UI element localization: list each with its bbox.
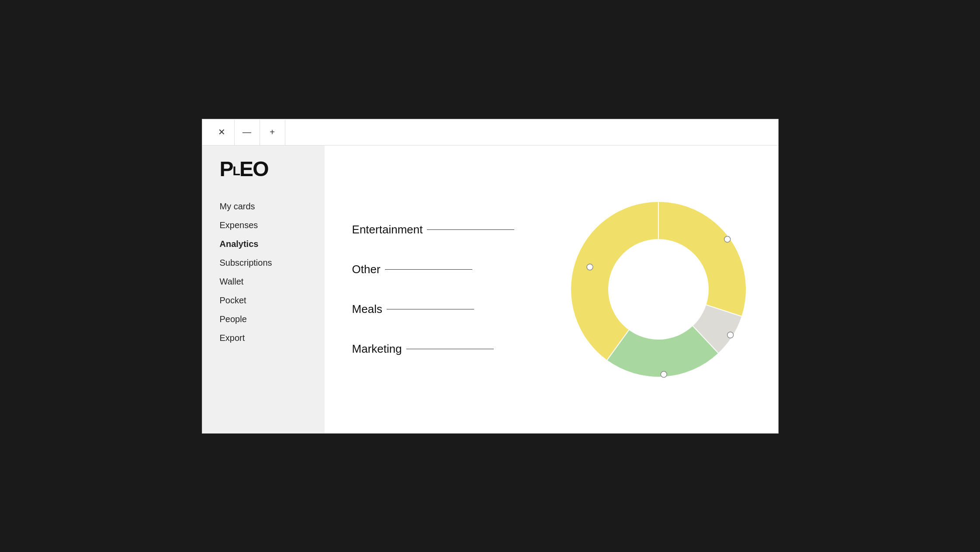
- legend-line-meals: [387, 309, 474, 309]
- main-content: Entertainment Other Meals Marketing: [325, 146, 778, 433]
- chart-area: Entertainment Other Meals Marketing: [342, 163, 761, 416]
- title-bar: ✕ — +: [202, 119, 778, 146]
- nav-item-mycards[interactable]: My cards: [220, 197, 325, 216]
- sidebar: PLEO My cards Expenses Analytics Subscri…: [202, 146, 325, 433]
- minimize-icon: —: [242, 127, 251, 137]
- legend-label-other: Other: [352, 263, 381, 276]
- legend-line-other: [385, 269, 472, 270]
- connector-dot-entertainment: [724, 236, 731, 242]
- maximize-button[interactable]: +: [260, 119, 285, 145]
- nav-list: My cards Expenses Analytics Subscription…: [202, 197, 325, 347]
- connector-dot-meals: [587, 264, 593, 270]
- app-window: ✕ — + PLEO My cards Expenses Analytics S…: [202, 119, 779, 434]
- app-body: PLEO My cards Expenses Analytics Subscri…: [202, 146, 778, 433]
- nav-item-pocket[interactable]: Pocket: [220, 291, 325, 310]
- nav-item-wallet[interactable]: Wallet: [220, 272, 325, 291]
- legend-section: Entertainment Other Meals Marketing: [352, 223, 515, 356]
- nav-item-people[interactable]: People: [220, 310, 325, 329]
- legend-label-entertainment: Entertainment: [352, 223, 423, 236]
- legend-other: Other: [352, 263, 515, 276]
- legend-meals: Meals: [352, 302, 515, 316]
- connector-dot-marketing: [661, 371, 667, 377]
- close-icon: ✕: [218, 127, 225, 137]
- nav-item-export[interactable]: Export: [220, 329, 325, 347]
- legend-label-marketing: Marketing: [352, 342, 402, 356]
- close-button[interactable]: ✕: [209, 119, 235, 145]
- logo: PLEO: [202, 159, 325, 197]
- minimize-button[interactable]: —: [235, 119, 260, 145]
- maximize-icon: +: [270, 127, 275, 137]
- legend-marketing: Marketing: [352, 342, 515, 356]
- connector-dot-other: [727, 332, 734, 338]
- legend-line-entertainment: [427, 229, 514, 230]
- legend-label-meals: Meals: [352, 302, 382, 316]
- nav-item-subscriptions[interactable]: Subscriptions: [220, 253, 325, 272]
- nav-item-expenses[interactable]: Expenses: [220, 216, 325, 235]
- legend-entertainment: Entertainment: [352, 223, 515, 236]
- donut-svg: [567, 198, 750, 381]
- legend-line-marketing: [406, 349, 494, 349]
- nav-item-analytics[interactable]: Analytics: [220, 235, 325, 253]
- donut-chart: [567, 198, 750, 381]
